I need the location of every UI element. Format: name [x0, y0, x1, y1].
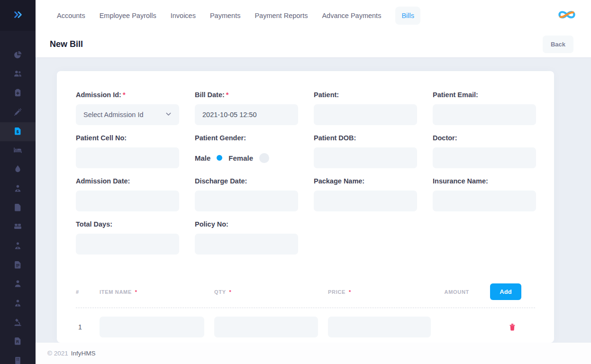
field-policy-no: Policy No:	[195, 220, 298, 255]
input-admission-date[interactable]	[76, 191, 179, 211]
nav-tab-payments[interactable]: Payments	[210, 7, 240, 25]
item-name-input[interactable]	[100, 317, 204, 337]
input-policy-no[interactable]	[195, 234, 298, 255]
nav-tab-advance-payments[interactable]: Advance Payments	[322, 7, 381, 25]
add-item-button[interactable]: Add	[490, 283, 521, 300]
sidebar-item-microscope[interactable]	[0, 313, 36, 332]
field-patient-email: Patient Email:	[433, 91, 536, 125]
row-actions	[469, 323, 535, 331]
column-header-#: #	[76, 289, 100, 295]
field-bill-date: Bill Date:*	[195, 91, 298, 125]
sidebar: $R	[0, 0, 36, 364]
ward-beds-icon	[14, 222, 22, 232]
input-patient[interactable]	[314, 104, 417, 125]
gender-radio-male[interactable]	[217, 155, 222, 161]
input-patient-email[interactable]	[433, 104, 536, 125]
document-icon	[14, 203, 22, 213]
sidebar-item-doctor-badge[interactable]	[0, 237, 36, 256]
column-header-qty: QTY *	[214, 289, 328, 295]
input-bill-date[interactable]	[195, 104, 298, 125]
input-patient-dob[interactable]	[314, 147, 417, 168]
field-label: Insurance Name:	[433, 177, 536, 185]
sidebar-item-doctor[interactable]	[0, 180, 36, 199]
topbar: AccountsEmployee PayrollsInvoicesPayment…	[36, 0, 591, 31]
field-label: Admission Date:	[76, 177, 179, 185]
sidebar-item-prescription-document[interactable]: R	[0, 332, 36, 351]
doctor-badge-icon	[14, 242, 22, 252]
microscope-icon	[14, 318, 22, 328]
sidebar-item-document[interactable]	[0, 199, 36, 218]
column-header-item-name: ITEM NAME *	[100, 289, 214, 295]
input-discharge-date[interactable]	[195, 191, 298, 211]
field-patient: Patient:	[314, 91, 417, 125]
pie-chart-icon	[14, 51, 22, 61]
chevron-down-icon	[165, 111, 172, 118]
app-logo[interactable]	[557, 9, 577, 23]
users-icon	[14, 70, 22, 80]
field-patient-cell-no: Patient Cell No:	[76, 134, 179, 168]
bill-document-icon: $	[14, 127, 22, 137]
field-label: Admission Id:*	[76, 91, 179, 99]
input-insurance-name[interactable]	[433, 191, 536, 211]
blood-drop-icon	[14, 165, 22, 175]
svg-text:$: $	[17, 129, 19, 134]
nav-tab-employee-payrolls[interactable]: Employee Payrolls	[100, 7, 156, 25]
sidebar-item-bed[interactable]	[0, 141, 36, 160]
sidebar-item-ward-beds[interactable]	[0, 218, 36, 237]
gender-option-label-male: Male	[195, 154, 210, 162]
column-header-amount: AMOUNT	[441, 289, 469, 295]
footer: © 2021 InfyHMS	[36, 343, 591, 364]
input-total-days[interactable]	[76, 234, 179, 255]
sidebar-item-clipboard-medical[interactable]	[0, 84, 36, 103]
items-table-row: 1	[76, 317, 535, 337]
items-table-body: 1	[76, 317, 535, 337]
field-admission-date: Admission Date:	[76, 177, 179, 211]
sidebar-nav: $R	[0, 46, 36, 364]
doctor-icon	[14, 184, 22, 194]
trash-icon	[509, 325, 516, 332]
field-label: Policy No:	[195, 220, 298, 228]
page-header: New Bill Back	[36, 31, 591, 57]
sidebar-toggle-button[interactable]	[0, 0, 36, 31]
bill-items-section: #ITEM NAME *QTY *PRICE *AMOUNTAdd 1 Tota…	[76, 283, 535, 343]
field-label: Patient:	[314, 91, 417, 99]
input-package-name[interactable]	[314, 191, 417, 211]
infinity-logo-icon	[557, 9, 577, 23]
nav-tab-bills[interactable]: Bills	[395, 7, 420, 25]
delete-row-button[interactable]	[509, 323, 516, 331]
field-patient-dob: Patient DOB:	[314, 134, 417, 168]
top-navigation: AccountsEmployee PayrollsInvoicesPayment…	[57, 7, 420, 25]
sidebar-item-blood-drop[interactable]	[0, 161, 36, 180]
field-label: Total Days:	[76, 220, 179, 228]
gender-radio-female[interactable]	[259, 153, 269, 163]
sidebar-item-staff[interactable]	[0, 294, 36, 313]
field-label: Package Name:	[314, 177, 417, 185]
nav-tab-accounts[interactable]: Accounts	[57, 7, 85, 25]
column-header-price: PRICE *	[328, 289, 441, 295]
sidebar-item-building[interactable]	[0, 352, 36, 364]
add-item-cell: Add	[469, 283, 535, 300]
report-document-icon	[14, 261, 22, 271]
price-input[interactable]	[328, 317, 431, 337]
double-chevron-right-icon	[13, 9, 23, 22]
input-patient-cell-no[interactable]	[76, 147, 179, 168]
sidebar-item-pie-chart[interactable]	[0, 46, 36, 65]
back-button[interactable]: Back	[543, 36, 573, 53]
admission-id-select[interactable]: Select Admission Id	[76, 104, 179, 125]
patient-icon	[14, 280, 22, 290]
sidebar-item-report-document[interactable]	[0, 256, 36, 275]
input-doctor[interactable]	[433, 147, 536, 168]
field-package-name: Package Name:	[314, 177, 417, 211]
row-number: 1	[76, 323, 100, 331]
nav-tab-payment-reports[interactable]: Payment Reports	[255, 7, 308, 25]
sidebar-item-syringe[interactable]	[0, 103, 36, 122]
sidebar-item-users[interactable]	[0, 65, 36, 84]
clipboard-medical-icon	[14, 89, 22, 99]
sidebar-item-bill-document[interactable]: $	[0, 122, 36, 141]
page-title: New Bill	[50, 39, 83, 49]
nav-tab-invoices[interactable]: Invoices	[171, 7, 196, 25]
field-label: Patient DOB:	[314, 134, 417, 142]
field-discharge-date: Discharge Date:	[195, 177, 298, 211]
sidebar-item-patient[interactable]	[0, 275, 36, 294]
qty-input[interactable]	[214, 317, 318, 337]
